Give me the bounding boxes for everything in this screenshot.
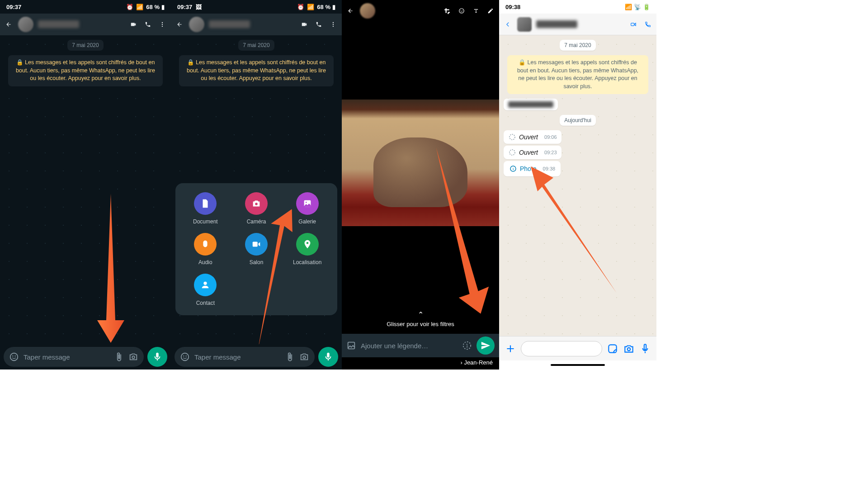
date-chip: 7 mai 2020	[560, 40, 595, 51]
svg-point-32	[627, 347, 631, 351]
video-call-icon[interactable]	[628, 19, 638, 29]
message-photo[interactable]: 1 Photo09:38	[504, 161, 561, 176]
contact-name[interactable]: ████████	[38, 20, 124, 28]
contact-name[interactable]: ████████	[536, 20, 624, 28]
svg-point-4	[12, 355, 13, 356]
alarm-icon: ⏰	[297, 4, 304, 10]
back-icon[interactable]	[345, 6, 355, 16]
svg-point-1	[162, 24, 163, 25]
more-icon[interactable]	[328, 19, 338, 29]
camera-icon[interactable]	[299, 352, 309, 362]
svg-point-6	[132, 356, 135, 359]
crop-icon[interactable]	[442, 6, 452, 16]
contact-name[interactable]: ████████	[209, 20, 295, 28]
view-once-icon: 1	[509, 165, 517, 173]
svg-point-8	[333, 24, 334, 25]
today-chip: Aujourd'hui	[560, 115, 596, 126]
emoji-icon[interactable]	[9, 352, 19, 362]
message-input[interactable]	[194, 353, 280, 361]
camera-icon[interactable]	[623, 343, 635, 355]
back-icon[interactable]	[4, 19, 14, 29]
battery-icon: 🔋	[643, 4, 650, 10]
svg-point-0	[162, 22, 163, 23]
encryption-notice[interactable]: 🔒 Les messages et les appels sont chiffr…	[179, 55, 334, 86]
svg-rect-31	[609, 345, 616, 352]
voice-call-icon[interactable]	[143, 19, 153, 29]
svg-point-10	[255, 203, 258, 205]
opened-icon	[508, 133, 516, 141]
battery-icon: ▮	[161, 4, 165, 10]
attach-gallery[interactable]: Galerie	[282, 192, 333, 225]
video-call-icon[interactable]	[299, 19, 309, 29]
mic-button[interactable]	[318, 347, 338, 367]
attach-icon[interactable]	[285, 352, 295, 362]
attach-contact[interactable]: Contact	[180, 274, 231, 306]
svg-point-27	[509, 134, 515, 140]
attach-room[interactable]: Salon	[231, 233, 282, 265]
svg-point-18	[186, 355, 187, 356]
recipient-label: › Jean-René	[342, 357, 499, 370]
back-icon[interactable]	[175, 19, 184, 29]
add-icon[interactable]	[505, 343, 516, 355]
video-call-icon[interactable]	[128, 19, 138, 29]
svg-point-2	[162, 26, 163, 27]
battery-pct: 68 %	[317, 4, 330, 10]
draw-icon[interactable]	[486, 6, 495, 16]
message-input-container	[175, 347, 315, 367]
message-opened[interactable]: Ouvert09:23	[504, 146, 561, 159]
home-indicator[interactable]	[499, 360, 656, 370]
mic-icon[interactable]	[639, 343, 651, 355]
add-photo-icon[interactable]	[346, 341, 356, 351]
sticker-icon[interactable]	[607, 343, 618, 355]
svg-point-5	[15, 355, 16, 356]
photo-thumb[interactable]	[360, 3, 375, 19]
status-time: 09:37	[177, 4, 192, 10]
avatar[interactable]	[517, 17, 532, 32]
date-chip: 7 mai 2020	[67, 40, 103, 51]
svg-rect-13	[253, 242, 258, 247]
encryption-notice[interactable]: 🔒 Les messages et les appels sont chiffr…	[507, 55, 648, 94]
emoji-icon[interactable]	[180, 352, 190, 362]
svg-point-20	[459, 9, 464, 14]
svg-point-16	[181, 353, 189, 361]
alarm-icon: ⏰	[126, 4, 133, 10]
date-chip: 7 mai 2020	[238, 40, 274, 51]
send-button[interactable]	[476, 336, 495, 355]
emoji-icon[interactable]	[457, 6, 467, 16]
text-icon[interactable]	[471, 6, 481, 16]
svg-rect-23	[348, 342, 355, 349]
attach-location[interactable]: Localisation	[282, 233, 333, 265]
attach-sheet: Document Caméra Galerie Audio Salon Loca…	[175, 183, 337, 315]
mic-button[interactable]	[147, 347, 167, 367]
svg-rect-26	[631, 23, 634, 26]
avatar[interactable]	[189, 17, 204, 32]
svg-point-15	[204, 282, 207, 285]
caption-input[interactable]	[361, 342, 458, 350]
message-opened[interactable]: Ouvert09:06	[504, 130, 561, 144]
filters-hint[interactable]: ⌃ Glisser pour voir les filtres	[342, 304, 499, 334]
signal-icon: 📶	[136, 4, 143, 10]
more-icon[interactable]	[157, 19, 167, 29]
back-icon[interactable]	[503, 19, 513, 29]
attach-camera[interactable]: Caméra	[231, 192, 282, 225]
status-time: 09:37	[6, 4, 21, 10]
voice-call-icon[interactable]	[314, 19, 324, 29]
camera-icon[interactable]	[128, 352, 138, 362]
svg-text:1: 1	[512, 167, 514, 171]
signal-icon: 📶	[307, 4, 314, 10]
message-input[interactable]	[24, 353, 109, 361]
wifi-icon: 📡	[634, 4, 641, 10]
attach-icon[interactable]	[114, 352, 124, 362]
message-input-container	[4, 347, 144, 367]
status-time: 09:38	[505, 4, 520, 10]
picture-icon: 🖼	[196, 4, 202, 10]
redacted-message[interactable]	[504, 99, 558, 110]
annotation-arrow	[90, 194, 131, 343]
view-once-icon[interactable]: 1	[462, 341, 472, 351]
voice-call-icon[interactable]	[643, 19, 653, 29]
encryption-notice[interactable]: 🔒 Les messages et les appels sont chiffr…	[8, 55, 163, 86]
attach-document[interactable]: Document	[180, 192, 231, 225]
message-input[interactable]	[521, 341, 602, 356]
avatar[interactable]	[18, 17, 33, 32]
attach-audio[interactable]: Audio	[180, 233, 231, 265]
